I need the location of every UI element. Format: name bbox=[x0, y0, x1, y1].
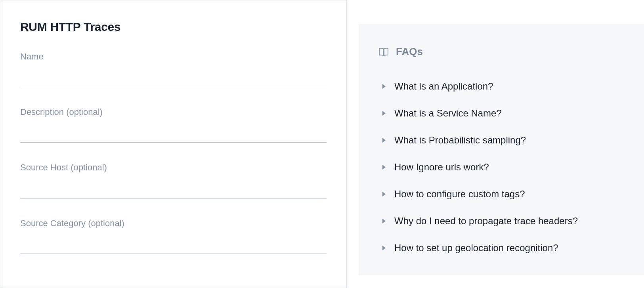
chevron-right-icon bbox=[382, 138, 386, 143]
chevron-right-icon bbox=[382, 165, 386, 170]
form-title: RUM HTTP Traces bbox=[20, 20, 327, 34]
faq-question: How to configure custom tags? bbox=[394, 189, 525, 200]
faq-item-probabilistic-sampling[interactable]: What is Probabilistic sampling? bbox=[378, 127, 628, 154]
name-input[interactable] bbox=[20, 66, 327, 87]
form-field-source-category: Source Category (optional) bbox=[20, 218, 327, 254]
source-category-input[interactable] bbox=[20, 233, 327, 254]
chevron-right-icon bbox=[382, 246, 386, 250]
faq-question: What is a Service Name? bbox=[394, 108, 502, 119]
source-host-input[interactable] bbox=[20, 177, 327, 198]
faq-question: How Ignore urls work? bbox=[394, 162, 489, 173]
form-field-source-host: Source Host (optional) bbox=[20, 162, 327, 198]
source-category-label: Source Category (optional) bbox=[20, 218, 327, 229]
faqs-header: FAQs bbox=[378, 46, 628, 58]
form-panel: RUM HTTP Traces Name Description (option… bbox=[0, 0, 347, 288]
faq-item-trace-headers[interactable]: Why do I need to propagate trace headers… bbox=[378, 208, 628, 235]
form-field-name: Name bbox=[20, 51, 327, 87]
faqs-title: FAQs bbox=[396, 46, 423, 58]
description-input[interactable] bbox=[20, 121, 327, 143]
faq-question: What is an Application? bbox=[394, 81, 493, 92]
chevron-right-icon bbox=[382, 84, 386, 89]
faq-question: What is Probabilistic sampling? bbox=[394, 135, 526, 146]
name-label: Name bbox=[20, 51, 327, 62]
faq-item-application[interactable]: What is an Application? bbox=[378, 73, 628, 100]
chevron-right-icon bbox=[382, 192, 386, 196]
faq-question: Why do I need to propagate trace headers… bbox=[394, 216, 578, 227]
faq-item-custom-tags[interactable]: How to configure custom tags? bbox=[378, 181, 628, 208]
faqs-panel: FAQs What is an Application? What is a S… bbox=[359, 24, 644, 275]
faq-item-ignore-urls[interactable]: How Ignore urls work? bbox=[378, 154, 628, 181]
chevron-right-icon bbox=[382, 219, 386, 223]
faq-item-service-name[interactable]: What is a Service Name? bbox=[378, 100, 628, 127]
faq-question: How to set up geolocation recognition? bbox=[394, 242, 558, 254]
description-label: Description (optional) bbox=[20, 107, 327, 117]
form-field-description: Description (optional) bbox=[20, 107, 327, 143]
book-icon bbox=[378, 48, 389, 56]
source-host-label: Source Host (optional) bbox=[20, 162, 327, 173]
faq-item-geolocation[interactable]: How to set up geolocation recognition? bbox=[378, 235, 628, 261]
chevron-right-icon bbox=[382, 111, 386, 116]
